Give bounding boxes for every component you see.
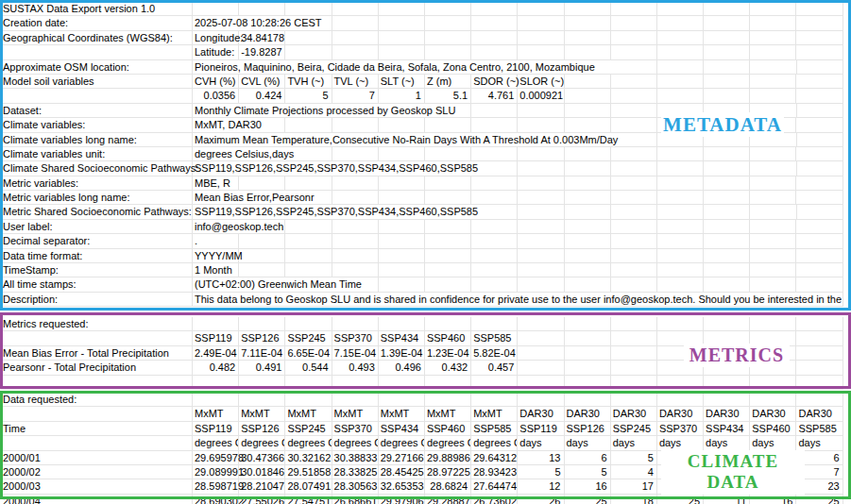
cell[interactable] — [518, 118, 564, 131]
cell[interactable] — [518, 161, 564, 175]
cell[interactable]: SSP119,SSP126,SSP245,SSP370,SSP434,SSP46… — [193, 161, 518, 175]
cell[interactable]: 28.97225 — [425, 465, 471, 479]
cell[interactable] — [750, 234, 796, 247]
cell[interactable]: degrees Celsius,days — [193, 147, 332, 160]
cell[interactable]: MxMT — [193, 407, 239, 420]
cell[interactable]: MxMT — [285, 407, 332, 420]
cell[interactable] — [332, 16, 379, 29]
row-label-cell[interactable] — [1, 407, 193, 420]
cell[interactable]: SSP126 — [565, 422, 611, 435]
row-label-cell[interactable]: 2000/04 — [1, 495, 193, 504]
cell[interactable]: MxMT — [471, 407, 518, 420]
cell[interactable] — [657, 2, 704, 15]
cell[interactable]: days — [518, 436, 564, 449]
cell[interactable]: DAR30 — [796, 407, 842, 420]
cell[interactable] — [285, 317, 332, 330]
cell[interactable]: 1.23E-04 — [425, 346, 471, 360]
cell[interactable]: days — [565, 436, 611, 449]
cell[interactable] — [239, 393, 285, 406]
cell[interactable] — [565, 31, 611, 44]
cell[interactable] — [704, 393, 750, 406]
cell[interactable] — [796, 176, 842, 190]
row-label-cell[interactable]: Data requested: — [1, 393, 193, 406]
cell[interactable]: SSP119 — [518, 422, 564, 435]
cell[interactable] — [425, 249, 471, 262]
cell[interactable]: 0.482 — [193, 361, 239, 374]
cell[interactable] — [796, 331, 842, 344]
cell[interactable]: SSP434 — [704, 422, 750, 435]
cell[interactable]: 29.64312 — [471, 451, 518, 464]
cell[interactable] — [750, 220, 796, 233]
cell[interactable]: SSP370 — [332, 422, 379, 435]
cell[interactable]: SSP460 — [425, 422, 471, 435]
cell[interactable] — [518, 16, 564, 29]
cell[interactable] — [797, 161, 843, 175]
cell[interactable] — [471, 104, 518, 117]
cell[interactable] — [425, 191, 471, 204]
cell[interactable]: 5.1 — [425, 89, 471, 102]
cell[interactable] — [518, 331, 564, 344]
cell[interactable] — [750, 16, 796, 29]
cell[interactable]: MxMT — [239, 407, 285, 420]
cell[interactable]: 0.000921 — [518, 89, 564, 102]
cell[interactable] — [565, 16, 611, 29]
cell[interactable]: SSP585 — [471, 331, 518, 344]
cell[interactable]: SLOR (~) — [518, 75, 564, 88]
cell[interactable] — [657, 176, 704, 190]
cell[interactable] — [565, 147, 611, 160]
cell[interactable]: degrees Celsius — [193, 436, 239, 449]
cell[interactable]: 12 — [518, 479, 564, 493]
cell[interactable]: degrees Celsius — [285, 436, 332, 449]
cell[interactable]: 0.432 — [425, 361, 471, 374]
row-label-cell[interactable]: Data time format: — [1, 249, 193, 262]
cell[interactable]: info@geoskop.tech — [193, 220, 285, 233]
cell[interactable]: -19.8287 — [239, 45, 285, 59]
cell[interactable] — [797, 60, 843, 74]
cell[interactable] — [379, 16, 425, 29]
cell[interactable] — [565, 376, 611, 389]
cell[interactable] — [379, 147, 425, 160]
cell[interactable] — [285, 176, 332, 190]
cell[interactable] — [750, 161, 796, 175]
cell[interactable] — [611, 317, 657, 330]
row-label-cell[interactable] — [1, 436, 193, 449]
cell[interactable] — [704, 2, 750, 15]
cell[interactable]: 11 — [704, 495, 750, 504]
cell[interactable]: 28.93423 — [471, 465, 518, 479]
cell[interactable] — [425, 31, 471, 44]
cell[interactable] — [611, 277, 657, 291]
cell[interactable] — [332, 393, 379, 406]
cell[interactable] — [611, 31, 657, 44]
cell[interactable] — [471, 31, 518, 44]
cell[interactable] — [471, 249, 518, 262]
cell[interactable] — [750, 249, 796, 262]
cell[interactable] — [611, 205, 657, 218]
cell[interactable]: SDOR (~) — [471, 75, 518, 88]
cell[interactable]: 6.65E-04 — [285, 346, 332, 360]
row-label-cell[interactable]: Climate Shared Socioeconomic Pathways: — [1, 161, 193, 175]
cell[interactable] — [332, 118, 379, 131]
cell[interactable] — [565, 249, 611, 262]
cell[interactable] — [704, 277, 750, 291]
cell[interactable] — [425, 147, 471, 160]
cell[interactable]: DAR30 — [657, 407, 704, 420]
cell[interactable]: 17 — [611, 479, 657, 493]
cell[interactable] — [611, 16, 657, 29]
cell[interactable] — [797, 205, 843, 218]
cell[interactable] — [796, 234, 842, 247]
cell[interactable] — [797, 104, 843, 117]
cell[interactable] — [518, 361, 564, 374]
row-label-cell[interactable] — [1, 45, 193, 59]
cell[interactable] — [332, 317, 379, 330]
cell[interactable]: SSP126 — [239, 422, 285, 435]
cell[interactable]: (UTC+02:00) Greenwich Mean Time — [193, 277, 379, 291]
cell[interactable] — [750, 376, 796, 389]
cell[interactable] — [565, 346, 611, 360]
cell[interactable]: SSP434 — [379, 422, 425, 435]
cell[interactable] — [796, 118, 842, 131]
cell[interactable]: 26.73602 — [471, 495, 518, 504]
cell[interactable] — [657, 220, 704, 233]
cell[interactable] — [750, 277, 796, 291]
cell[interactable]: 4 — [611, 465, 657, 479]
cell[interactable]: SSP119,SSP126,SSP245,SSP370,SSP434,SSP46… — [193, 205, 518, 218]
